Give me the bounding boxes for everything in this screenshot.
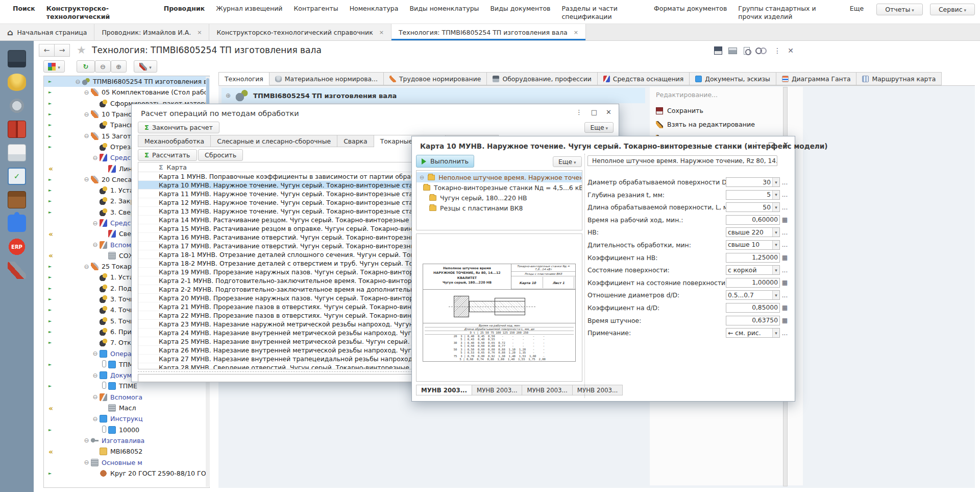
tree-item[interactable]: Изготавлива bbox=[44, 435, 209, 446]
field-input[interactable]: 5 ▾ bbox=[726, 190, 780, 200]
ellipsis-button[interactable]: ... bbox=[780, 292, 790, 299]
standard-tab[interactable]: МУНВ 2003... bbox=[522, 385, 572, 395]
expander-icon[interactable] bbox=[74, 78, 82, 85]
dropdown-icon[interactable]: ▾ bbox=[772, 266, 779, 274]
calculator-button[interactable]: ▦ bbox=[780, 254, 790, 261]
dropdown-icon[interactable]: ▾ bbox=[772, 241, 779, 249]
card-preview-pane[interactable]: Неполное штучное время НАРУЖНОЕ ТОЧЕНИЕ,… bbox=[416, 233, 582, 382]
tab-home[interactable]: ⌂ Начальная страница bbox=[0, 24, 94, 40]
dropdown-icon[interactable]: ▾ bbox=[772, 178, 779, 186]
field-input[interactable]: 0,60000 ▾ bbox=[726, 215, 780, 225]
doc-tab[interactable]: Трудовое нормирование bbox=[384, 72, 487, 85]
expander-icon[interactable] bbox=[82, 111, 91, 118]
field-value[interactable]: 0,60000 bbox=[726, 216, 779, 224]
expander-icon[interactable] bbox=[100, 382, 108, 390]
field-value[interactable]: свыше 10 bbox=[726, 241, 772, 249]
link-icon[interactable] bbox=[755, 45, 767, 56]
field-value[interactable]: ← см. рис. bbox=[726, 329, 772, 337]
field-input[interactable]: свыше 10 ▾ bbox=[726, 240, 780, 250]
field-input[interactable]: с коркой ▾ bbox=[726, 265, 780, 275]
standard-tab[interactable]: МУНВ 2003... bbox=[472, 385, 522, 395]
kebab-icon[interactable]: ⋮ bbox=[753, 140, 760, 148]
field-value[interactable]: свыше 220 bbox=[726, 228, 772, 237]
menu-button[interactable]: Сервис bbox=[930, 4, 975, 15]
edit-command[interactable]: Взять на редактирование bbox=[650, 118, 803, 131]
more-icon[interactable]: ⋮ bbox=[772, 45, 783, 56]
legend-button[interactable] bbox=[43, 60, 65, 73]
tab-technology[interactable]: Технология: ТПМВI6805254 ТП изготовления… bbox=[391, 24, 586, 40]
expander-icon[interactable] bbox=[91, 415, 100, 423]
calculator-button[interactable]: ▦ bbox=[780, 279, 790, 286]
doc-tab[interactable]: Диаграмма Ганта bbox=[776, 72, 857, 85]
tree-item[interactable]: ТПМЕ bbox=[44, 381, 209, 391]
field-value[interactable]: 0.5...0.7 bbox=[726, 291, 772, 299]
expander-icon[interactable] bbox=[91, 220, 100, 227]
favorite-star-icon[interactable]: ★ bbox=[77, 44, 86, 56]
expander-icon[interactable] bbox=[82, 132, 91, 139]
ellipsis-button[interactable]: ... bbox=[780, 330, 790, 337]
tree-item[interactable]: Масл bbox=[44, 403, 209, 413]
tree-item[interactable]: Инструкц bbox=[44, 413, 209, 424]
dropdown-icon[interactable]: ▾ bbox=[772, 291, 779, 299]
tree-item[interactable]: 05 Комплектование (Стол рабочий) bbox=[44, 87, 209, 98]
expander-icon[interactable] bbox=[100, 426, 108, 434]
field-value[interactable]: 50 bbox=[726, 203, 772, 212]
field-input[interactable]: 0,85000 ▾ bbox=[726, 303, 780, 313]
sidebar-0-icon[interactable] bbox=[8, 50, 26, 67]
field-value[interactable]: 30 bbox=[726, 178, 772, 186]
field-value[interactable]: 5 bbox=[726, 191, 772, 199]
close-tab-icon[interactable]: × bbox=[574, 29, 578, 36]
route-card-row[interactable]: ⊕ ТПМВI6805254 ТП изготовления вала bbox=[222, 88, 645, 103]
calculate-button[interactable]: Σ Рассчитать bbox=[138, 149, 197, 161]
close-tab-icon[interactable]: × bbox=[197, 29, 202, 36]
ellipsis-button[interactable]: ... bbox=[780, 241, 790, 248]
doc-tab[interactable]: Средства оснащения bbox=[598, 72, 690, 85]
field-input[interactable]: 0.5...0.7 ▾ bbox=[726, 290, 780, 300]
maximize-icon[interactable]: □ bbox=[591, 108, 597, 116]
menu-button[interactable]: Отчеты bbox=[876, 4, 923, 15]
tree-item[interactable]: Круг 20 ГОСТ 2590-88/10 ГОСТ 1050-88 bbox=[44, 468, 209, 479]
more-button[interactable]: Еще bbox=[584, 122, 614, 133]
collapse-all-button[interactable]: ⊖ bbox=[95, 60, 111, 73]
forward-button[interactable]: → bbox=[54, 44, 70, 57]
tree-item[interactable]: МВI68052 bbox=[44, 446, 209, 457]
save-icon[interactable] bbox=[713, 45, 724, 56]
ellipsis-button[interactable]: ... bbox=[780, 204, 790, 211]
method-tab[interactable]: Слесарные и слесарно-сборочные bbox=[211, 135, 337, 147]
expand-all-button[interactable]: ⊕ bbox=[111, 60, 127, 73]
dropdown-icon[interactable]: ▾ bbox=[772, 329, 779, 337]
field-value[interactable]: 1,25000 bbox=[726, 253, 779, 262]
field-input[interactable]: 0,63750 ▾ bbox=[726, 316, 780, 325]
field-input[interactable]: 1,25000 ▾ bbox=[726, 253, 780, 263]
expand-icon[interactable]: ⊕ bbox=[226, 92, 231, 99]
close-icon[interactable]: ✕ bbox=[783, 140, 789, 148]
ellipsis-button[interactable]: ... bbox=[780, 191, 790, 198]
close-icon[interactable]: ✕ bbox=[785, 45, 796, 56]
expander-icon[interactable] bbox=[91, 393, 100, 401]
model-tree-item[interactable]: Чугун серый, 180...220 НВ bbox=[416, 193, 582, 203]
field-input[interactable]: 30 ▾ bbox=[726, 177, 780, 187]
doc-tab[interactable]: Документы, эскизы bbox=[690, 72, 776, 85]
sidebar-5-icon[interactable] bbox=[8, 168, 26, 185]
tab-reference[interactable]: Конструкторско-технологический справочни… bbox=[209, 24, 391, 40]
field-input[interactable]: 1,00000 ▾ bbox=[726, 278, 780, 288]
field-input[interactable]: ← см. рис. ▾ bbox=[726, 328, 780, 338]
tree-item[interactable]: ТПМВI6805254 ТП изготовления вала bbox=[44, 76, 209, 87]
expander-icon[interactable] bbox=[91, 154, 100, 161]
sidebar-2-icon[interactable] bbox=[8, 97, 26, 114]
dropdown-icon[interactable]: ▾ bbox=[772, 191, 779, 199]
doc-tab[interactable]: Материальное нормирова... bbox=[270, 72, 384, 85]
ellipsis-button[interactable]: ... bbox=[780, 229, 790, 236]
standard-tab[interactable]: МУНВ 2003... bbox=[416, 385, 472, 395]
field-input[interactable]: свыше 220 ▾ bbox=[726, 227, 780, 237]
expander-icon[interactable] bbox=[82, 437, 91, 444]
field-value[interactable]: 0,85000 bbox=[726, 303, 779, 312]
tab-explorer[interactable]: Проводник: Измайлов И.А. × bbox=[94, 24, 209, 40]
expander-icon[interactable] bbox=[82, 176, 91, 183]
back-button[interactable]: ← bbox=[39, 44, 55, 57]
expander-icon[interactable]: ⊖ bbox=[420, 174, 424, 181]
model-tree-item[interactable]: Резцы с пластинами ВК8 bbox=[416, 203, 582, 213]
reset-button[interactable]: Сбросить bbox=[198, 149, 243, 161]
ellipsis-button[interactable]: ... bbox=[780, 267, 790, 274]
expander-icon[interactable] bbox=[91, 372, 100, 379]
